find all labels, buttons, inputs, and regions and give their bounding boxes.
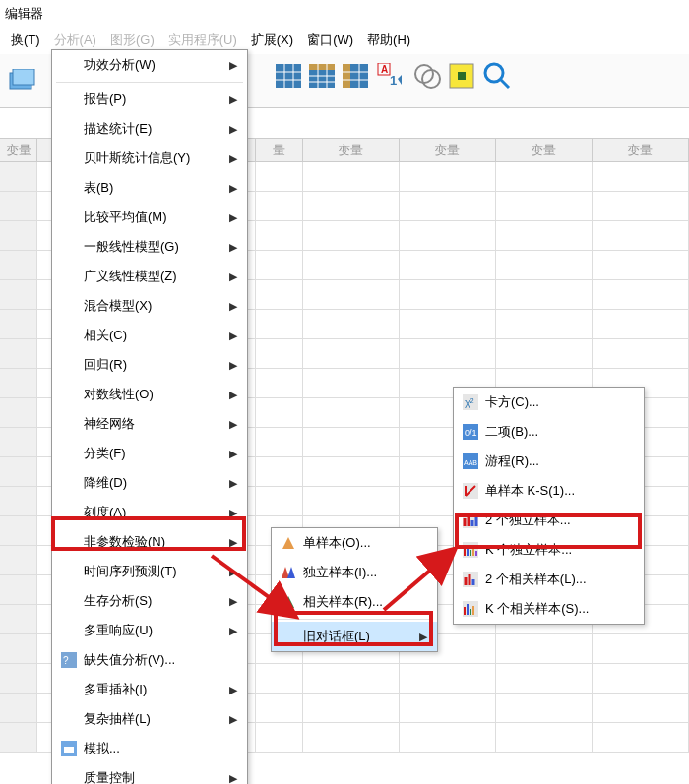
- menu-nonparametric-tests[interactable]: 非参数检验(N)▶: [52, 527, 247, 557]
- runs-icon: AAB: [460, 451, 481, 472]
- menu-help[interactable]: 帮助(H): [361, 30, 416, 51]
- submenu-arrow-icon: ▶: [229, 300, 237, 313]
- submenu-arrow-icon: ▶: [229, 59, 237, 72]
- menu-survival[interactable]: 生存分析(S)▶: [52, 586, 247, 616]
- submenu-arrow-icon: ▶: [229, 477, 237, 490]
- legacy-dialogs-submenu: χ²卡方(C)... 0/1二项(B)... AAB游程(R)... 单样本 K…: [453, 387, 645, 625]
- submenu-arrow-icon: ▶: [229, 448, 237, 460]
- grid-col-3[interactable]: 变量: [303, 139, 400, 161]
- menu-window[interactable]: 窗口(W): [301, 30, 359, 51]
- menu-scale[interactable]: 刻度(A)▶: [52, 498, 247, 527]
- two-ind-icon: [460, 510, 481, 531]
- toolbar-grid-icon-1[interactable]: [276, 64, 301, 90]
- menu-loglinear[interactable]: 对数线性(O)▶: [52, 380, 247, 409]
- svg-text:0/1: 0/1: [465, 428, 477, 438]
- menu-descriptive-stats[interactable]: 描述统计(E)▶: [52, 114, 247, 144]
- toolbar-target-icon[interactable]: [449, 63, 474, 91]
- legacy-two-independent[interactable]: 2 个独立样本...: [454, 506, 644, 535]
- menubar: 换(T) 分析(A) 图形(G) 实用程序(U) 扩展(X) 窗口(W) 帮助(…: [0, 30, 689, 51]
- menu-tables[interactable]: 表(B)▶: [52, 173, 247, 203]
- legacy-two-related[interactable]: 2 个相关样本(L)...: [454, 565, 644, 594]
- menu-bayesian[interactable]: 贝叶斯统计信息(Y)▶: [52, 144, 247, 173]
- submenu-arrow-icon: ▶: [229, 182, 237, 195]
- submenu-arrow-icon: ▶: [229, 684, 237, 696]
- indep-sample-icon: [278, 562, 299, 583]
- k-ind-icon: [460, 539, 481, 561]
- grid-col-2[interactable]: 量: [256, 139, 303, 161]
- missing-icon: ?: [58, 649, 80, 671]
- svg-rect-14: [343, 64, 350, 88]
- menu-graphs[interactable]: 图形(G): [104, 30, 160, 51]
- submenu-arrow-icon: ▶: [229, 359, 237, 372]
- submenu-arrow-icon: ▶: [229, 330, 237, 342]
- svg-rect-30: [64, 747, 74, 753]
- menu-classify[interactable]: 分类(F)▶: [52, 439, 247, 468]
- menu-missing-value[interactable]: ?缺失值分析(V)...: [52, 645, 247, 675]
- menu-transform[interactable]: 换(T): [5, 30, 46, 51]
- menu-correlate[interactable]: 相关(C)▶: [52, 321, 247, 350]
- svg-text:1: 1: [390, 73, 397, 88]
- submenu-arrow-icon: ▶: [229, 566, 237, 578]
- menu-complex-samples[interactable]: 复杂抽样(L)▶: [52, 704, 247, 734]
- menu-analyze[interactable]: 分析(A): [48, 30, 102, 51]
- svg-rect-2: [276, 64, 301, 88]
- legacy-binomial[interactable]: 0/1二项(B)...: [454, 417, 644, 447]
- svg-line-26: [501, 80, 509, 88]
- toolbar-grid-icon-3[interactable]: [343, 64, 368, 90]
- menu-reports[interactable]: 报告(P)▶: [52, 85, 247, 114]
- menu-simulation[interactable]: 模拟...: [52, 734, 247, 763]
- menu-multiple-response[interactable]: 多重响应(U)▶: [52, 616, 247, 645]
- legacy-chi-square[interactable]: χ²卡方(C)...: [454, 388, 644, 417]
- submenu-arrow-icon: ▶: [419, 631, 427, 643]
- sim-icon: [58, 738, 80, 759]
- submenu-one-sample[interactable]: 单样本(O)...: [272, 528, 437, 558]
- legacy-k-related[interactable]: K 个相关样本(S)...: [454, 594, 644, 624]
- menu-extend[interactable]: 扩展(X): [245, 30, 299, 51]
- legacy-k-independent[interactable]: K 个独立样本...: [454, 535, 644, 565]
- ks-icon: [460, 480, 481, 502]
- menu-power-analysis[interactable]: 功效分析(W)▶: [52, 50, 247, 80]
- menu-quality-control[interactable]: 质量控制▶: [52, 763, 247, 784]
- submenu-arrow-icon: ▶: [229, 211, 237, 224]
- menu-time-series[interactable]: 时间序列预测(T)▶: [52, 557, 247, 586]
- submenu-arrow-icon: ▶: [229, 507, 237, 519]
- submenu-arrow-icon: ▶: [229, 271, 237, 283]
- two-rel-icon: [460, 569, 481, 590]
- menu-neural-networks[interactable]: 神经网络▶: [52, 409, 247, 439]
- menu-multiple-imputation[interactable]: 多重插补(I)▶: [52, 675, 247, 704]
- svg-rect-1: [13, 69, 34, 85]
- search-icon[interactable]: [482, 61, 512, 93]
- svg-text:?: ?: [63, 655, 69, 666]
- menu-utilities[interactable]: 实用程序(U): [162, 30, 243, 51]
- grid-col-5[interactable]: 变量: [496, 139, 593, 161]
- grid-col-6[interactable]: 变量: [593, 139, 689, 161]
- rel-sample-icon: [278, 591, 299, 613]
- grid-col-4[interactable]: 变量: [400, 139, 496, 161]
- legacy-one-sample-ks[interactable]: 单样本 K-S(1)...: [454, 476, 644, 506]
- submenu-arrow-icon: ▶: [229, 123, 237, 136]
- toolbar-circles-icon[interactable]: [413, 63, 441, 91]
- toolbar-grid-icon-2[interactable]: [309, 64, 335, 90]
- submenu-arrow-icon: ▶: [229, 93, 237, 106]
- menu-compare-means[interactable]: 比较平均值(M)▶: [52, 203, 247, 232]
- grid-col-1[interactable]: 变量: [0, 139, 37, 161]
- menu-mixed-models[interactable]: 混合模型(X)▶: [52, 291, 247, 321]
- legacy-runs[interactable]: AAB游程(R)...: [454, 447, 644, 476]
- svg-text:AAB: AAB: [464, 459, 477, 466]
- svg-point-25: [485, 64, 503, 82]
- submenu-arrow-icon: ▶: [229, 389, 237, 401]
- menu-dimension-reduction[interactable]: 降维(D)▶: [52, 468, 247, 498]
- toolbar-icon-1[interactable]: [8, 66, 37, 95]
- menu-generalized-lm[interactable]: 广义线性模型(Z)▶: [52, 262, 247, 291]
- window-title: 编辑器: [5, 5, 43, 23]
- toolbar-a-icon[interactable]: A1: [376, 63, 406, 91]
- submenu-legacy-dialogs[interactable]: 旧对话框(L)▶: [272, 622, 437, 651]
- analyze-menu: 功效分析(W)▶ 报告(P)▶ 描述统计(E)▶ 贝叶斯统计信息(Y)▶ 表(B…: [51, 49, 248, 784]
- svg-text:χ²: χ²: [465, 396, 474, 408]
- submenu-arrow-icon: ▶: [229, 595, 237, 608]
- menu-glm[interactable]: 一般线性模型(G)▶: [52, 232, 247, 262]
- menu-regression[interactable]: 回归(R)▶: [52, 350, 247, 380]
- submenu-independent-samples[interactable]: 独立样本(I)...: [272, 558, 437, 587]
- submenu-related-samples[interactable]: 相关样本(R)...: [272, 587, 437, 617]
- submenu-arrow-icon: ▶: [229, 536, 237, 549]
